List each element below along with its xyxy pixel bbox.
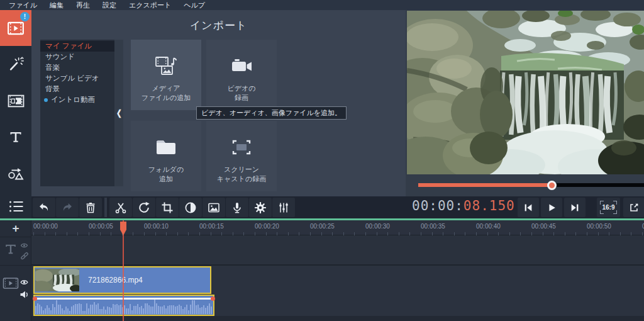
title-track-visibility-icon[interactable] (20, 242, 28, 249)
crop-button[interactable] (156, 198, 179, 217)
waveform-bar (64, 310, 65, 314)
waveform-bar (118, 305, 119, 314)
add-media-label: メディア ファイルの追加 (142, 84, 191, 103)
fullscreen-button[interactable] (623, 198, 644, 217)
video-track-visibility-icon[interactable] (19, 278, 29, 286)
waveform-bar (62, 308, 63, 314)
waveform-bar (175, 307, 176, 314)
waveform-bar (184, 307, 186, 314)
sliders-icon (277, 201, 290, 214)
category-item-label: 音楽 (45, 64, 60, 71)
menu-item[interactable]: 再生 (70, 0, 96, 10)
category-item[interactable]: サウンド (40, 52, 114, 62)
progress-handle[interactable] (547, 181, 557, 190)
sidebar-item-filters[interactable] (0, 46, 31, 82)
mute-track-icon[interactable] (19, 290, 29, 299)
aspect-ratio-button[interactable]: 16:9 (597, 198, 620, 217)
record-audio-button[interactable] (226, 198, 248, 217)
volume-keyframe-left[interactable] (33, 296, 37, 301)
record-video-button[interactable]: ビデオの 録画 (206, 40, 277, 110)
volume-keyframe-right[interactable] (211, 296, 215, 301)
preview-progress-bar[interactable] (418, 181, 644, 189)
timecode-hours-minutes: 00:00: (412, 198, 464, 213)
waveform-bar (94, 302, 95, 314)
settings-button[interactable] (249, 198, 272, 217)
screen-capture-label: スクリーン キャストの録画 (217, 165, 266, 184)
delete-button[interactable] (79, 198, 102, 217)
menu-bar: ファイル編集再生設定エクスポートヘルプ (0, 0, 644, 10)
bracket-corner (600, 210, 604, 214)
category-item[interactable]: 音楽 (40, 62, 114, 73)
waveform-bar (50, 310, 52, 314)
waveform-bar (143, 308, 144, 314)
menu-item[interactable]: ファイル (3, 0, 43, 10)
category-item[interactable]: 背景 (40, 84, 114, 94)
play-button[interactable] (541, 198, 562, 217)
waveform-bar (48, 308, 50, 314)
menu-item[interactable]: ヘルプ (177, 0, 211, 10)
menu-item[interactable]: 設定 (96, 0, 123, 10)
ruler-label: 00:00:00 (33, 223, 58, 230)
category-item[interactable]: イントロ動画 (40, 94, 114, 105)
waveform-bar (41, 307, 42, 314)
next-frame-button[interactable] (564, 198, 586, 217)
sidebar-item-more-tools[interactable] (0, 192, 31, 220)
screen-capture-icon (230, 135, 253, 160)
sidebar-item-stickers[interactable] (0, 155, 31, 192)
previous-frame-button[interactable] (518, 198, 539, 217)
add-track-button[interactable]: + (0, 220, 31, 237)
waveform-bar (165, 308, 167, 314)
waveform-bar (145, 303, 146, 314)
waveform-bar (137, 304, 138, 314)
waveform-bar (39, 305, 40, 314)
record-video-label: ビデオの 録画 (227, 84, 255, 103)
waveform-bar (126, 308, 127, 314)
collapse-panel-button[interactable]: ❮ (114, 40, 123, 186)
redo-button[interactable] (56, 198, 79, 217)
waveform-bar (162, 307, 163, 314)
waveform-bar (188, 310, 189, 314)
waveform-bar (179, 305, 180, 314)
waveform-bar (75, 304, 76, 314)
sidebar-item-titles[interactable] (0, 119, 31, 155)
waveform-bar (52, 304, 53, 314)
playhead-marker[interactable] (119, 222, 127, 237)
menu-item[interactable]: 編集 (43, 0, 70, 10)
sidebar-item-video-clips[interactable]: ! (0, 10, 31, 46)
waveform-bar (209, 303, 210, 314)
record-video-icon (230, 54, 253, 79)
undo-button[interactable] (33, 198, 55, 217)
crop-icon (161, 201, 174, 214)
sidebar-item-transitions[interactable] (0, 82, 31, 119)
screen-capture-button[interactable]: スクリーン キャストの録画 (206, 121, 277, 191)
waveform-bar (43, 310, 44, 314)
waveform-bar (109, 307, 110, 314)
clip-thumbnail (35, 269, 79, 291)
track-rail: + (0, 220, 31, 321)
waveform-bar (182, 309, 184, 314)
clip-properties-button[interactable] (272, 198, 295, 217)
timeline: 00:00:0000:00:0500:00:1000:00:1500:00:20… (0, 220, 644, 321)
bracket-corner (600, 201, 604, 205)
insert-image-button[interactable] (203, 198, 225, 217)
add-media-files-button[interactable]: メディア ファイルの追加 (131, 40, 201, 110)
import-panel-title: インポート (31, 18, 406, 33)
waveform-bar (158, 306, 159, 314)
waveform-bar (105, 310, 106, 314)
color-adjust-button[interactable] (179, 198, 202, 217)
category-item[interactable]: マイ ファイル (40, 41, 114, 52)
add-folder-button[interactable]: フォルダの 追加 (131, 121, 201, 191)
waveform-bar (84, 311, 86, 314)
ruler-label: 00:00:15 (199, 223, 224, 230)
waveform-bar (88, 308, 89, 314)
title-track-icon (4, 242, 18, 257)
link-tracks-icon[interactable] (21, 252, 28, 261)
next-frame-icon (569, 202, 580, 213)
menu-item[interactable]: エクスポート (123, 0, 177, 10)
waveform-bar (116, 304, 118, 314)
split-button[interactable] (109, 198, 132, 217)
category-item[interactable]: サンプル ビデオ (40, 73, 114, 84)
rotate-button[interactable] (133, 198, 155, 217)
progress-fill (418, 183, 552, 187)
toolbar: 00:00:08.150 16:9 (31, 196, 644, 218)
